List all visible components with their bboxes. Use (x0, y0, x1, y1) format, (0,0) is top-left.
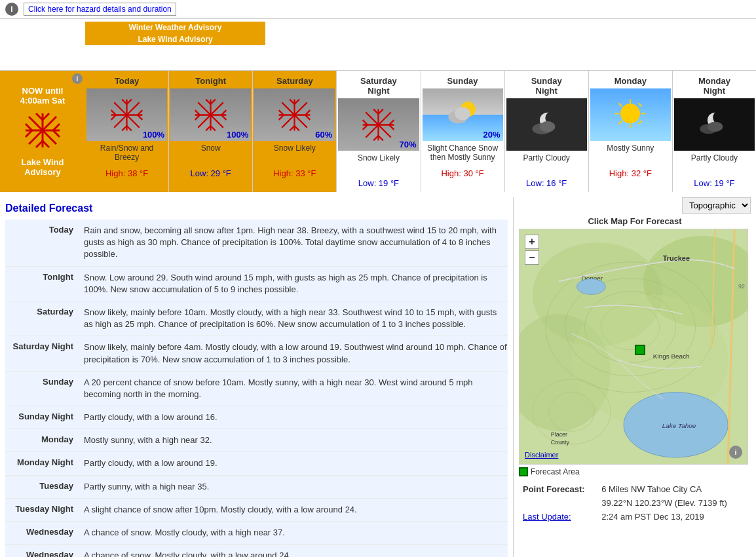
forecast-desc-today: Rain/Snow and Breezy (86, 141, 167, 167)
forecast-day-monday: Monday (590, 73, 671, 88)
forecast-temp-saturday-night: Low: 19 °F (338, 177, 419, 189)
forecast-grid: i NOW until4:00am Sat Lake Win (0, 70, 756, 192)
forecast-day-saturday: Saturday (254, 73, 335, 88)
forecast-area-label: Forecast Area (531, 467, 580, 476)
forecast-row-tonight: Tonight Snow. Low around 29. South wind … (5, 267, 508, 301)
svg-line-73 (639, 104, 642, 107)
forecast-icon-sunday-night (506, 98, 587, 151)
forecast-day-sunday: Sunday (423, 73, 503, 88)
forecast-temp-sunday-night: Low: 16 °F (506, 177, 587, 189)
forecast-cell-saturday-night[interactable]: SaturdayNight (337, 71, 421, 192)
forecast-row-tuesday-night: Tuesday Night A slight chance of snow af… (5, 499, 508, 522)
svg-text:Kings Beach: Kings Beach (653, 353, 690, 360)
hazard-info-icon[interactable]: i (5, 3, 18, 16)
forecast-cell-monday-night[interactable]: MondayNight Partly Cloudy Low: 19 °F (673, 71, 756, 192)
svg-point-79 (708, 122, 723, 132)
svg-point-101 (576, 279, 605, 295)
last-update-label[interactable]: Last Update: (520, 510, 597, 523)
row-label-saturday: Saturday (5, 307, 84, 330)
row-label-tonight: Tonight (5, 272, 84, 296)
map-disclaimer-link[interactable]: Disclaimer (525, 451, 558, 459)
map-info-icon[interactable]: i (729, 446, 742, 459)
hazard-bar: i Click here for hazard details and dura… (0, 0, 756, 19)
row-label-monday-night: Monday Night (5, 457, 84, 469)
precip-tonight: 100% (227, 130, 248, 140)
detailed-forecast-title: Detailed Forecast (5, 197, 508, 220)
row-label-tuesday: Tuesday (5, 481, 84, 493)
forecast-day-today: Today (86, 73, 167, 88)
row-label-sunday: Sunday (5, 377, 84, 400)
precip-saturday-night: 70% (399, 140, 416, 149)
forecast-cell-sunday[interactable]: Sunday 20% Slight Chance Snow then Mostl… (421, 71, 505, 192)
point-forecast-label: Point Forecast: (520, 483, 597, 495)
forecast-row-saturday-night: Saturday Night Snow likely, mainly befor… (5, 336, 508, 371)
row-text-tuesday: Partly sunny, with a high near 35. (84, 481, 508, 493)
forecast-row-wednesday: Wednesday A chance of snow. Mostly cloud… (5, 522, 508, 545)
advisory-snowflake-icon (23, 111, 62, 152)
row-label-wednesday: Wednesday (5, 527, 84, 539)
forecast-cell-today[interactable]: Today (85, 71, 169, 192)
forecast-cell-monday[interactable]: Monday (589, 71, 673, 192)
row-label-wednesday-night: Wednesday Night (5, 550, 84, 557)
row-label-monday: Monday (5, 434, 84, 446)
svg-text:Placer: Placer (551, 431, 567, 438)
svg-text:County: County (551, 439, 570, 446)
forecast-temp-monday-night: Low: 19 °F (674, 177, 755, 189)
map-zoom-in-button[interactable]: + (525, 235, 539, 249)
svg-rect-102 (635, 345, 645, 355)
forecast-area-box (519, 467, 528, 476)
forecast-desc-sunday: Slight Chance Snow then Mostly Sunny (423, 141, 503, 167)
advisory-info-icon[interactable]: i (72, 73, 83, 84)
detailed-forecast-panel: Detailed Forecast Today Rain and snow, b… (0, 197, 514, 557)
row-label-saturday-night: Saturday Night (5, 341, 84, 365)
forecast-cell-tonight[interactable]: Tonight (169, 71, 253, 192)
row-text-tonight: Snow. Low around 29. South wind around 1… (84, 272, 508, 296)
forecast-area-legend: Forecast Area (519, 467, 751, 476)
forecast-icon-sunday: 20% (423, 88, 503, 141)
svg-line-72 (619, 104, 622, 107)
forecast-desc-tonight: Snow (170, 141, 251, 167)
forecast-desc-monday: Mostly Sunny (590, 141, 671, 167)
row-text-sunday: A 20 percent chance of snow before 10am.… (84, 377, 508, 400)
precip-today: 100% (143, 130, 164, 140)
map-panel: Topographic Radar Satellite Click Map Fo… (514, 197, 756, 557)
svg-point-66 (540, 121, 555, 132)
forecast-cell-sunday-night[interactable]: SundayNight Partly Cloudy Low: 16 °F (505, 71, 589, 192)
point-forecast-coords: 39.22°N 120.23°W (Elev. 7139 ft) (599, 497, 749, 509)
row-text-today: Rain and snow, becoming all snow after 1… (84, 225, 508, 261)
forecast-row-today: Today Rain and snow, becoming all snow a… (5, 220, 508, 267)
map-zoom-out-button[interactable]: − (525, 250, 539, 265)
row-text-saturday-night: Snow likely, mainly before 4am. Mostly c… (84, 341, 508, 365)
forecast-cell-saturday[interactable]: Saturday (253, 71, 337, 192)
forecast-icon-saturday-night: 70% (338, 98, 419, 151)
winter-weather-advisory-banner[interactable]: Winter Weather Advisory (85, 22, 265, 33)
lake-wind-advisory-banner[interactable]: Lake Wind Advisory (85, 33, 265, 45)
map-type-select[interactable]: Topographic Radar Satellite (682, 197, 751, 214)
forecast-header: Winter Weather Advisory Lake Wind Adviso… (0, 19, 756, 192)
svg-line-74 (619, 121, 622, 124)
point-forecast-location: 6 Miles NW Tahoe City CA (599, 483, 749, 495)
hazard-link[interactable]: Click here for hazard details and durati… (24, 3, 176, 16)
row-text-monday: Mostly sunny, with a high near 32. (84, 434, 508, 446)
forecast-temp-saturday: High: 33 °F (254, 167, 335, 180)
main-content: Detailed Forecast Today Rain and snow, b… (0, 197, 756, 557)
precip-sunday: 20% (483, 130, 501, 140)
forecast-icon-saturday: 60% (254, 88, 335, 141)
map-container[interactable]: + − Lake Tahoe (519, 229, 748, 465)
advisory-label: Lake WindAdvisory (22, 157, 64, 177)
forecast-row-sunday: Sunday A 20 percent chance of snow befor… (5, 372, 508, 406)
row-label-today: Today (5, 225, 84, 261)
row-text-monday-night: Partly cloudy, with a low around 19. (84, 457, 508, 469)
forecast-desc-saturday-night: Snow Likely (338, 151, 419, 177)
forecast-desc-sunday-night: Partly Cloudy (506, 151, 587, 177)
forecast-temp-sunday: High: 30 °F (423, 167, 503, 180)
forecast-day-tonight: Tonight (170, 73, 251, 88)
precip-saturday: 60% (315, 130, 332, 140)
svg-text:Lake Tahoe: Lake Tahoe (662, 422, 696, 429)
row-label-sunday-night: Sunday Night (5, 412, 84, 423)
forecast-icon-tonight: 100% (170, 88, 251, 141)
map-title[interactable]: Click Map For Forecast (519, 216, 751, 226)
svg-line-75 (639, 121, 642, 124)
svg-point-62 (455, 107, 470, 120)
forecast-temp-monday: High: 32 °F (590, 167, 671, 180)
